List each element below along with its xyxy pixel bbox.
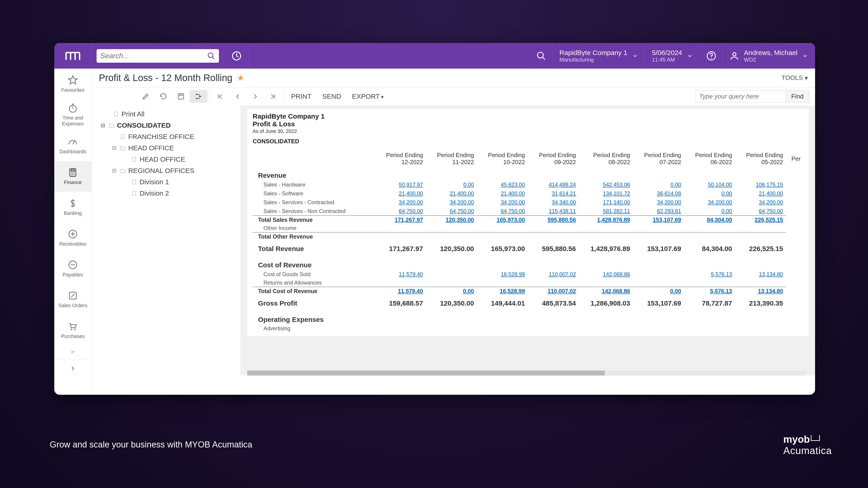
- history-button[interactable]: [224, 43, 249, 68]
- nav-expand[interactable]: [54, 359, 91, 377]
- cell-value[interactable]: 21,400.00: [375, 189, 426, 198]
- send-button[interactable]: SEND: [317, 93, 346, 100]
- nav-more[interactable]: [54, 346, 91, 359]
- cell-value[interactable]: 0.00: [633, 287, 684, 296]
- cell-value[interactable]: 226,525.15: [735, 216, 786, 224]
- first-page-button[interactable]: [211, 90, 229, 103]
- cell-value[interactable]: 16,528.99: [477, 270, 528, 279]
- favourite-star-icon[interactable]: ★: [237, 73, 244, 83]
- tree-division-1[interactable]: Division 1: [92, 176, 241, 188]
- cell-value[interactable]: 142,068.86: [579, 270, 633, 279]
- cell-value[interactable]: 16,528.99: [477, 287, 528, 296]
- tree-print-all[interactable]: Print All: [92, 108, 241, 120]
- prev-page-button[interactable]: [229, 90, 247, 103]
- report-panel[interactable]: RapidByte Company 1 Profit & Loss As of …: [241, 105, 815, 375]
- cell-value[interactable]: 110,007.02: [528, 287, 579, 296]
- horizontal-scrollbar[interactable]: [247, 371, 806, 375]
- cell-value[interactable]: 84,304.00: [684, 216, 735, 224]
- next-page-button[interactable]: [247, 90, 264, 103]
- tree-franchise[interactable]: FRANCHISE OFFICE: [92, 131, 241, 142]
- cell-value[interactable]: 5,576.13: [684, 270, 735, 279]
- find-input[interactable]: [695, 90, 786, 103]
- cell-value[interactable]: 13,134.80: [735, 287, 786, 296]
- cell-value[interactable]: 64,750.00: [477, 207, 528, 216]
- cell-value[interactable]: 0.00: [633, 180, 684, 189]
- cell-value[interactable]: 34,200.00: [477, 198, 528, 207]
- find-button[interactable]: Find: [786, 90, 809, 103]
- tree-button[interactable]: [190, 90, 207, 103]
- cell-value[interactable]: 171,140.00: [579, 198, 633, 207]
- cell-value[interactable]: 50,917.97: [375, 180, 426, 189]
- collapse-icon[interactable]: ⊟: [101, 122, 106, 128]
- nav-time-expenses[interactable]: Time and Expenses: [54, 99, 91, 130]
- cell-value[interactable]: 0.00: [684, 189, 735, 198]
- cell-value[interactable]: 31,614.21: [528, 189, 579, 198]
- tree-head-office[interactable]: ⊟HEAD OFFICE: [92, 142, 241, 154]
- search-box[interactable]: [97, 49, 219, 63]
- cell-value[interactable]: 581,282.11: [579, 207, 633, 216]
- cell-value[interactable]: 36,614.08: [633, 189, 684, 198]
- cell-value[interactable]: 1,428,976.89: [579, 216, 633, 224]
- tree-head-office-child[interactable]: HEAD OFFICE: [92, 154, 241, 165]
- cell-value[interactable]: 64,750.00: [375, 207, 426, 216]
- tree-regional[interactable]: ⊟REGIONAL OFFICES: [92, 165, 241, 176]
- cell-value[interactable]: 34,200.00: [684, 198, 735, 207]
- edit-button[interactable]: [137, 90, 154, 103]
- cell-value[interactable]: 50,104.00: [684, 180, 735, 189]
- cell-value[interactable]: 5,576.13: [684, 287, 735, 296]
- tree-division-2[interactable]: Division 2: [92, 188, 241, 199]
- tree-consolidated[interactable]: ⊟CONSOLIDATED: [92, 120, 241, 131]
- cell-value[interactable]: 0.00: [426, 287, 476, 296]
- cell-value[interactable]: 115,438.11: [528, 207, 579, 216]
- cell-value[interactable]: 134,101.72: [579, 189, 633, 198]
- cell-value[interactable]: 21,400.00: [735, 189, 786, 198]
- save-button[interactable]: [172, 90, 190, 103]
- cell-value[interactable]: 34,200.00: [426, 198, 476, 207]
- nav-finance[interactable]: Finance: [54, 161, 91, 192]
- user-menu[interactable]: Andrews, Michael WD2: [722, 43, 815, 68]
- collapse-icon[interactable]: ⊟: [112, 168, 117, 174]
- nav-sales-orders[interactable]: Sales Orders: [54, 284, 91, 315]
- cell-value[interactable]: 0.00: [426, 180, 476, 189]
- cell-value[interactable]: 82,293.61: [633, 207, 684, 216]
- last-page-button[interactable]: [264, 90, 282, 103]
- cell-value[interactable]: 120,350.00: [426, 216, 476, 224]
- app-logo[interactable]: [54, 43, 92, 68]
- date-selector[interactable]: 5/06/2024 11:45 AM: [645, 43, 700, 68]
- nav-banking[interactable]: Banking: [54, 192, 91, 223]
- nav-receivables[interactable]: Receivables: [54, 223, 91, 253]
- cell-value[interactable]: 106,175.15: [735, 180, 786, 189]
- help-button[interactable]: [700, 43, 722, 68]
- cell-value[interactable]: 165,973.00: [477, 216, 528, 224]
- cell-value[interactable]: 64,750.00: [426, 207, 476, 216]
- cell-value[interactable]: 64,750.00: [735, 207, 786, 216]
- nav-purchases[interactable]: Purchases: [54, 315, 91, 346]
- cell-value[interactable]: 13,134.80: [735, 270, 786, 279]
- collapse-icon[interactable]: ⊟: [112, 145, 117, 151]
- cell-value[interactable]: 153,107.69: [633, 216, 684, 224]
- tools-menu[interactable]: TOOLS ▾: [782, 74, 808, 82]
- cell-value[interactable]: 110,007.02: [528, 270, 579, 279]
- cell-value[interactable]: 0.00: [684, 207, 735, 216]
- cell-value[interactable]: 414,488.24: [528, 180, 579, 189]
- nav-dashboards[interactable]: Dashboards: [54, 130, 91, 161]
- scrollbar-thumb[interactable]: [247, 371, 605, 375]
- cell-value[interactable]: 11,579.40: [375, 270, 426, 279]
- nav-payables[interactable]: Payables: [54, 253, 91, 284]
- cell-value[interactable]: 142,068.86: [579, 287, 633, 296]
- cell-value[interactable]: 34,200.00: [735, 198, 786, 207]
- refresh-button[interactable]: [154, 90, 172, 103]
- cell-value[interactable]: 34,200.00: [375, 198, 426, 207]
- company-selector[interactable]: RapidByte Company 1 Manufacturing: [553, 43, 645, 68]
- cell-value[interactable]: 34,200.00: [633, 198, 684, 207]
- cell-value[interactable]: 542,453.06: [579, 180, 633, 189]
- cell-value[interactable]: 171,267.97: [375, 216, 426, 224]
- nav-favourites[interactable]: Favourites: [54, 68, 91, 99]
- cell-value[interactable]: 21,400.00: [477, 189, 528, 198]
- print-button[interactable]: PRINT: [286, 93, 317, 100]
- export-button[interactable]: EXPORT: [346, 93, 389, 100]
- cell-value[interactable]: 45,623.00: [477, 180, 528, 189]
- cell-value[interactable]: 11,579.40: [375, 287, 426, 296]
- cell-value[interactable]: 34,340.00: [528, 198, 579, 207]
- cell-value[interactable]: 21,400.00: [426, 189, 476, 198]
